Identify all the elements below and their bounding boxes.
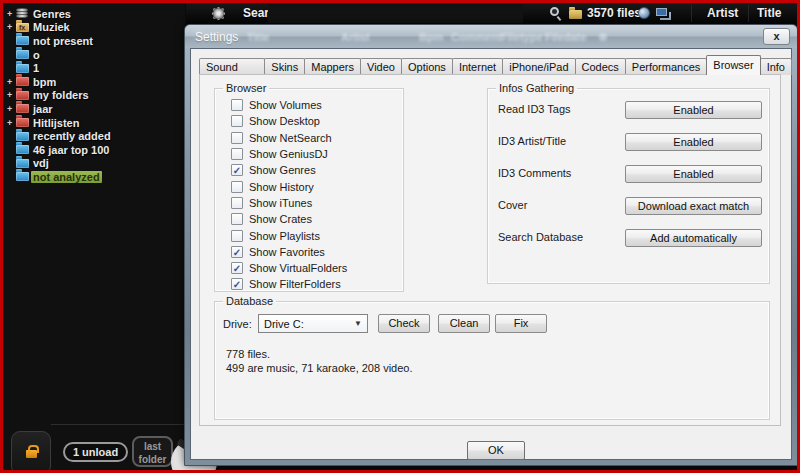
tab-browser[interactable]: Browser xyxy=(706,55,760,75)
search-input[interactable] xyxy=(268,4,523,23)
option-show-desktop[interactable]: Show Desktop xyxy=(231,113,397,129)
tab-performances[interactable]: Performances xyxy=(625,58,707,75)
tree-item-label[interactable]: vdj xyxy=(31,157,51,169)
tree-item-label[interactable]: 46 jaar top 100 xyxy=(31,144,111,156)
expander-icon[interactable]: + xyxy=(7,22,16,32)
tree-item-bpm[interactable]: + bpm xyxy=(7,75,183,89)
tab-iphone-ipad[interactable]: iPhone/iPad xyxy=(502,58,575,75)
fix-button[interactable]: Fix xyxy=(495,314,547,333)
tab-options[interactable]: Options xyxy=(401,58,453,75)
checkbox[interactable] xyxy=(231,132,243,144)
tree-item-label[interactable]: bpm xyxy=(31,76,58,88)
checkbox[interactable] xyxy=(231,181,243,193)
option-show-crates[interactable]: Show Crates xyxy=(231,211,397,227)
tab-mappers[interactable]: Mappers xyxy=(304,58,361,75)
checkbox-label: Show Crates xyxy=(249,213,312,225)
checkbox-checked[interactable]: ✓ xyxy=(231,246,243,258)
column-divider xyxy=(691,5,692,22)
tree-item-label[interactable]: not present xyxy=(31,35,95,47)
tree-item-vdj[interactable]: vdj xyxy=(7,157,183,171)
option-show-netsearch[interactable]: Show NetSearch xyxy=(231,130,397,146)
column-header-artist[interactable]: Artist xyxy=(707,6,738,20)
infos-group-label: Infos Gathering xyxy=(496,82,577,95)
tree-item-jaar[interactable]: + jaar xyxy=(7,102,183,116)
tree-item-label[interactable]: my folders xyxy=(31,89,91,101)
id3-artist-title-button[interactable]: Enabled xyxy=(625,133,762,151)
checkbox[interactable] xyxy=(231,213,243,225)
last-folder-button[interactable]: last folder xyxy=(132,436,173,467)
checkbox[interactable] xyxy=(231,197,243,209)
tree-item-label[interactable]: Muziek xyxy=(31,21,72,33)
option-show-volumes[interactable]: Show Volumes xyxy=(231,97,397,113)
folder-tree: + Genres + fx Muziek not present o xyxy=(7,7,183,184)
lock-button[interactable] xyxy=(11,431,51,473)
option-show-history[interactable]: Show History xyxy=(231,178,397,194)
tree-item-not-present[interactable]: not present xyxy=(7,34,183,48)
option-show-favorites[interactable]: ✓ Show Favorites xyxy=(231,244,397,260)
expander-icon[interactable]: + xyxy=(7,104,16,114)
ok-button[interactable]: OK xyxy=(467,441,525,460)
tab-video[interactable]: Video xyxy=(360,58,402,75)
drive-dropdown[interactable]: Drive C: ▼ xyxy=(258,314,368,333)
check-button[interactable]: Check xyxy=(378,314,430,333)
checkbox[interactable] xyxy=(231,230,243,242)
gear-icon[interactable] xyxy=(213,8,224,19)
tree-item-label[interactable]: recently added xyxy=(31,130,113,142)
tree-item-recently-added[interactable]: recently added xyxy=(7,129,183,143)
expander-icon[interactable]: + xyxy=(7,9,16,19)
tree-item-o[interactable]: o xyxy=(7,48,183,62)
read-id3-tags-button[interactable]: Enabled xyxy=(625,101,762,119)
option-show-genres[interactable]: ✓ Show Genres xyxy=(231,162,397,178)
tree-item-label[interactable]: Hitlijsten xyxy=(31,117,81,129)
tree-item-46-jaar-top-100[interactable]: 46 jaar top 100 xyxy=(7,143,183,157)
option-show-playlists[interactable]: Show Playlists xyxy=(231,227,397,243)
tab-info[interactable]: Info xyxy=(760,58,792,75)
tab-sound-setup[interactable]: Sound Setup xyxy=(199,58,265,75)
tree-item-label-selected[interactable]: not analyzed xyxy=(31,171,102,183)
dialog-titlebar[interactable]: Settings Title Artist Bpm Comment Filety… xyxy=(185,25,797,48)
tree-item-not-analyzed[interactable]: not analyzed xyxy=(7,170,183,184)
ghost-column-title: Title xyxy=(247,31,269,43)
search-database-button[interactable]: Add automatically xyxy=(625,229,762,247)
tree-item-my-folders[interactable]: + my folders xyxy=(7,89,183,103)
checkbox[interactable] xyxy=(231,115,243,127)
add-folder-icon[interactable] xyxy=(569,10,582,19)
option-show-filterfolders[interactable]: ✓ Show FilterFolders xyxy=(231,276,397,292)
unload-button[interactable]: 1 unload xyxy=(63,442,128,462)
netsearch-globe-icon[interactable] xyxy=(638,7,650,19)
checkbox-checked[interactable]: ✓ xyxy=(231,278,243,290)
tree-item-label[interactable]: o xyxy=(31,49,42,61)
checkbox-checked[interactable]: ✓ xyxy=(231,262,243,274)
checkbox[interactable] xyxy=(231,99,243,111)
tree-item-genres[interactable]: + Genres xyxy=(7,7,183,21)
expander-icon[interactable]: + xyxy=(7,77,16,87)
close-icon[interactable]: x xyxy=(763,28,790,45)
option-show-itunes[interactable]: Show iTunes xyxy=(231,195,397,211)
tree-item-hitlijsten[interactable]: + Hitlijsten xyxy=(7,116,183,130)
column-header-title[interactable]: Title xyxy=(757,6,781,20)
tab-skins[interactable]: Skins xyxy=(264,58,305,75)
checkbox-checked[interactable]: ✓ xyxy=(231,164,243,176)
tree-item-label[interactable]: jaar xyxy=(31,103,55,115)
tree-item-1[interactable]: 1 xyxy=(7,61,183,75)
tree-item-muziek[interactable]: + fx Muziek xyxy=(7,21,183,35)
screens-icon[interactable] xyxy=(656,8,667,16)
tab-codecs[interactable]: Codecs xyxy=(575,58,626,75)
search-magnifier-icon[interactable] xyxy=(550,7,559,16)
id3-comments-button[interactable]: Enabled xyxy=(625,165,762,183)
tab-internet[interactable]: Internet xyxy=(452,58,503,75)
ghost-column-filedate: Filedate xyxy=(545,31,587,43)
tree-item-label[interactable]: 1 xyxy=(31,62,41,74)
option-show-geniusdj[interactable]: Show GeniusDJ xyxy=(231,146,397,162)
cover-button[interactable]: Download exact match xyxy=(625,197,762,215)
expander-icon[interactable]: + xyxy=(7,90,16,100)
browser-group-label: Browser xyxy=(223,82,269,95)
option-show-virtualfolders[interactable]: ✓ Show VirtualFolders xyxy=(231,260,397,276)
tree-item-label[interactable]: Genres xyxy=(31,8,73,20)
row-cover: Cover Download exact match xyxy=(488,197,769,215)
clean-button[interactable]: Clean xyxy=(438,314,490,333)
checkbox[interactable] xyxy=(231,148,243,160)
expander-icon[interactable]: + xyxy=(7,118,16,128)
dialog-title: Settings xyxy=(195,30,238,44)
infos-gathering-groupbox: Infos Gathering Read ID3 Tags Enabled ID… xyxy=(487,88,770,284)
